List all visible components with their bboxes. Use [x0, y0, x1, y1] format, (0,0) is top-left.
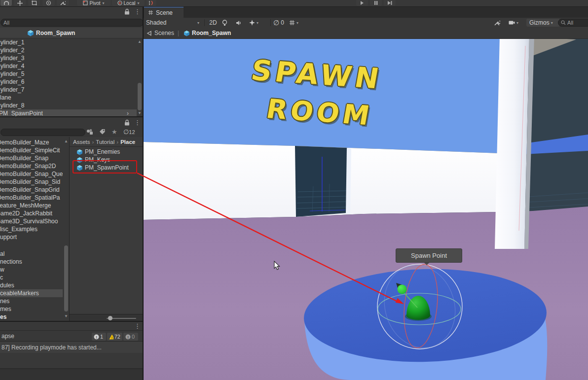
hierarchy-scroll-thumb[interactable]: [138, 83, 142, 110]
hierarchy-item-label: Cylinder_2: [0, 47, 24, 54]
label-tag-icon[interactable]: [99, 129, 106, 135]
hierarchy-item[interactable]: Cylinder_6: [0, 78, 137, 86]
draw-mode-dropdown[interactable]: Shaded ▾: [146, 18, 201, 28]
folder-item[interactable]: DemoBuilder_SimpleCit: [0, 146, 63, 154]
hierarchy-item[interactable]: Cylinder_5: [0, 70, 137, 78]
scene-tools-button[interactable]: [494, 18, 506, 28]
lock-icon[interactable]: [124, 119, 130, 126]
move-tool-button[interactable]: [14, 0, 26, 6]
scroll-down-icon[interactable]: ▼: [138, 111, 142, 115]
play-button[interactable]: [356, 0, 368, 6]
hidden-count-eye-icon[interactable]: ∅12: [123, 128, 135, 136]
folder-item[interactable]: DemoBuilder_Snap_Sid: [0, 178, 63, 186]
lock-icon[interactable]: [124, 8, 130, 15]
view-tool-button[interactable]: [0, 0, 12, 6]
camera-dropdown[interactable]: ▾: [509, 18, 524, 28]
pivot-toggle-button[interactable]: Pivot ▾: [77, 0, 110, 6]
grid-visibility-dropdown[interactable]: ▾: [289, 18, 307, 28]
folder-item[interactable]: dules: [0, 281, 63, 289]
effects-dropdown[interactable]: ▾: [249, 18, 268, 28]
audio-toggle-button[interactable]: [236, 18, 247, 28]
folder-item[interactable]: Game3D_SurvivalShoo: [0, 217, 63, 225]
transform-tool-button[interactable]: [57, 0, 69, 6]
folder-tree-scrollbar[interactable]: ▲ ▼: [63, 137, 69, 321]
hierarchy-search-input[interactable]: All: [0, 19, 144, 27]
main-vertical-divider[interactable]: [143, 6, 144, 380]
panel-divider-2[interactable]: [0, 321, 143, 322]
hierarchy-item[interactable]: Cylinder_7: [0, 86, 137, 94]
hierarchy-item[interactable]: Cylinder_2: [0, 46, 137, 54]
collapse-button[interactable]: apse: [1, 333, 14, 340]
svg-text:!: !: [111, 335, 113, 340]
prefab-cube-icon: [184, 30, 190, 36]
scroll-up-icon[interactable]: ▲: [64, 139, 68, 143]
console-log-row[interactable]: 87] Recording playmode has started...: [0, 342, 143, 353]
breadcrumb-root[interactable]: Assets: [73, 139, 90, 145]
folder-item[interactable]: DemoBuilder_SnapGrid: [0, 186, 63, 194]
scene-visibility-button[interactable]: ∅ 0: [273, 18, 287, 28]
zoom-slider-knob[interactable]: [108, 316, 112, 320]
local-toggle-button[interactable]: Local ▾: [112, 0, 145, 6]
console-error-filter[interactable]: ! 0: [123, 333, 138, 341]
info-count: 1: [100, 334, 103, 340]
folder-item[interactable]: DemoBuilder_Maze: [0, 138, 63, 146]
folder-item[interactable]: w: [0, 266, 63, 274]
hierarchy-item[interactable]: Cylinder_8: [0, 102, 137, 109]
asset-item[interactable]: PM_Keys: [70, 156, 143, 164]
handle-sphere[interactable]: [398, 285, 407, 294]
2d-toggle-button[interactable]: 2D: [207, 18, 219, 28]
folder-item[interactable]: c: [0, 274, 63, 281]
breadcrumb-current-prefab[interactable]: Room_Spawn: [192, 30, 231, 36]
tab-scene[interactable]: Scene: [144, 6, 184, 18]
asset-item[interactable]: PM_SpawnPoint: [70, 164, 143, 172]
scene-tab-label: Scene: [156, 9, 173, 16]
folder-item[interactable]: DemoBuilder_Snap2D: [0, 162, 63, 170]
folder-item[interactable]: DemoBuilder_Snap: [0, 154, 63, 162]
search-by-type-icon[interactable]: [86, 129, 94, 135]
breadcrumb-mid[interactable]: Tutorial: [96, 139, 114, 145]
folder-item[interactable]: mes: [0, 305, 63, 313]
hierarchy-scene-row[interactable]: Room_Spawn: [0, 28, 143, 38]
folder-item[interactable]: Misc_Examples: [0, 225, 63, 233]
pivot-label: Pivot: [89, 0, 100, 6]
asset-item[interactable]: PM_Enemies: [70, 148, 143, 156]
folder-item[interactable]: nes: [0, 297, 63, 305]
folder-item[interactable]: Game2D_JackRabbit: [0, 209, 63, 217]
folder-item[interactable]: Support: [0, 233, 63, 241]
lighting-toggle-button[interactable]: [222, 18, 233, 28]
console-warning-filter[interactable]: ! 72: [107, 333, 122, 341]
hierarchy-item[interactable]: Cylinder_3: [0, 54, 137, 62]
hierarchy-item[interactable]: Cylinder_4: [0, 62, 137, 70]
gizmos-dropdown[interactable]: Gizmos ▾: [526, 19, 560, 27]
console-menu-icon[interactable]: ⋮: [134, 323, 141, 329]
scene-viewport[interactable]: SPAWN ROOM Spawn Point: [143, 38, 588, 380]
tree-scroll-thumb[interactable]: [64, 245, 68, 311]
project-search-input[interactable]: [0, 129, 85, 136]
folder-item[interactable]: ceableMarkers: [0, 289, 63, 297]
hierarchy-menu-icon[interactable]: ⋮: [134, 8, 141, 15]
folder-item[interactable]: Feature_MeshMerge: [0, 202, 63, 209]
scroll-down-icon[interactable]: ▼: [64, 314, 68, 318]
breadcrumb-leaf[interactable]: Place: [120, 139, 135, 145]
project-menu-icon[interactable]: ⋮: [134, 119, 141, 126]
grid-snap-button[interactable]: [147, 0, 156, 6]
error-count: 0: [132, 334, 135, 340]
hierarchy-scrollbar[interactable]: ▲ ▼: [137, 38, 143, 117]
panel-divider-1[interactable]: [0, 116, 143, 117]
rect-tool-button[interactable]: [28, 0, 40, 6]
step-button[interactable]: [384, 0, 396, 6]
folder-item[interactable]: es: [0, 313, 63, 321]
console-info-filter[interactable]: ! 1: [92, 333, 106, 341]
folder-item[interactable]: al: [0, 250, 63, 258]
scroll-up-icon[interactable]: ▲: [138, 40, 142, 44]
breadcrumb-scenes[interactable]: Scenes: [154, 30, 174, 36]
folder-item[interactable]: nections: [0, 258, 63, 266]
folder-item[interactable]: DemoBuilder_SpatialPa: [0, 194, 63, 202]
scene-search-input[interactable]: All: [558, 19, 588, 27]
favorites-star-icon[interactable]: ★: [111, 128, 117, 136]
folder-item[interactable]: DemoBuilder_Snap_Que: [0, 170, 63, 178]
scale-tool-button[interactable]: [42, 0, 55, 6]
hierarchy-item[interactable]: Cylinder_1: [0, 38, 137, 46]
pause-button[interactable]: [370, 0, 382, 6]
hierarchy-item[interactable]: Plane: [0, 94, 137, 102]
